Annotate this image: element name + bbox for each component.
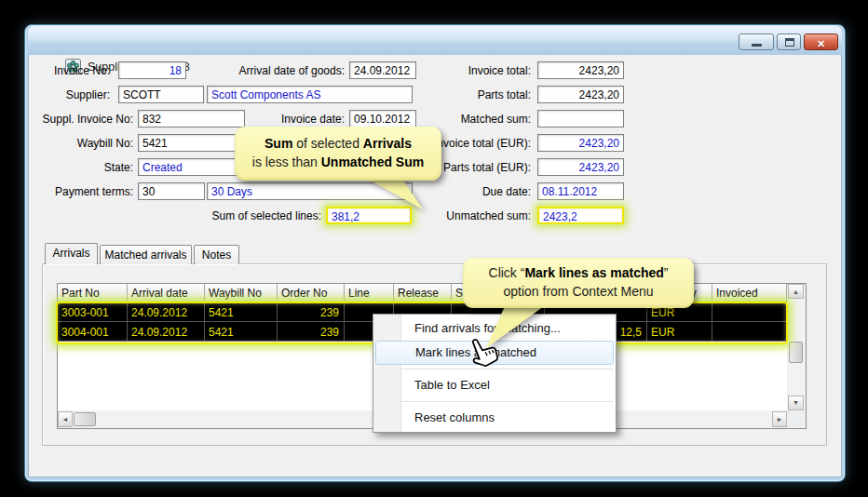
table-vertical-scrollbar[interactable]: ▲ ▼ <box>788 284 804 410</box>
menu-separator <box>376 401 613 402</box>
field-invoice_date[interactable]: 09.10.2012 <box>349 110 416 128</box>
field-label-invoice_total_eur: Invoice total (EUR): <box>434 137 531 150</box>
column-header-waybill-no[interactable]: Waybill No <box>205 284 278 302</box>
field-matched_sum[interactable] <box>537 110 624 128</box>
field-label-payment_terms: Payment terms: <box>55 185 133 198</box>
field-payment_terms[interactable]: 30 <box>138 182 205 200</box>
minimize-icon <box>752 44 762 47</box>
field-arrival_date_of_goods[interactable]: 24.09.2012 <box>349 61 416 79</box>
field-supplier[interactable]: SCOTT <box>118 86 204 103</box>
callout-text: is less than <box>252 154 321 169</box>
callout-text: ” <box>664 265 669 280</box>
field-invoice_no[interactable]: 18 <box>118 61 186 79</box>
field-label-sum_of_selected_lines: Sum of selected lines: <box>212 209 321 222</box>
tab-notes[interactable]: Notes <box>194 245 239 264</box>
scroll-left-icon: ◄ <box>62 416 69 423</box>
close-icon: ✕ <box>817 38 825 49</box>
field-suppl_invoice_no[interactable]: 832 <box>138 110 245 128</box>
callout-line: option from Context Menu <box>463 282 694 301</box>
field-parts_total[interactable]: 2423,20 <box>537 86 624 103</box>
scroll-up-icon: ▲ <box>793 289 799 295</box>
field-label-waybill_no: Waybill No: <box>77 137 133 150</box>
tab-arrivals[interactable]: Arrivals <box>45 243 98 264</box>
column-header-line[interactable]: Line <box>345 284 394 302</box>
tab-matched-arrivals[interactable]: Matched arrivals <box>100 245 192 264</box>
scroll-up-button[interactable]: ▲ <box>788 284 804 299</box>
table-cell: EUR <box>647 322 712 342</box>
callout-text: Unmatched Sum <box>321 154 424 169</box>
field-state[interactable]: Created <box>138 158 245 176</box>
field-label-suppl_invoice_no: Suppl. Invoice No: <box>43 113 133 126</box>
column-header-invoiced[interactable]: Invoiced <box>712 284 787 302</box>
field-label-due_date: Due date: <box>482 185 531 198</box>
scroll-right-icon: ► <box>777 416 783 423</box>
screen-background: Supplier Invoice: 18 ✕ Invoice No:18Arri… <box>0 0 868 497</box>
callout-line: Sum of selected Arrivals <box>235 134 441 153</box>
table-cell <box>712 322 787 342</box>
column-header-release[interactable]: Release <box>394 284 452 302</box>
field-invoice_total_eur[interactable]: 2423,20 <box>537 134 624 152</box>
field-label-unmatched_sum: Unmatched sum: <box>446 209 531 222</box>
field-label-state: State: <box>104 161 133 174</box>
menu-callout: Click “Mark lines as matched”option from… <box>463 258 694 308</box>
scroll-left-button[interactable]: ◄ <box>58 411 73 427</box>
callout-line: is less than Unmatched Sum <box>235 153 441 171</box>
column-header-part-no[interactable]: Part No <box>58 284 128 302</box>
column-header-order-no[interactable]: Order No <box>278 284 345 302</box>
field-label-parts_total_eur: Parts total (EUR): <box>443 161 531 174</box>
field-waybill_no[interactable]: 5421 <box>138 134 245 152</box>
table-cell: 24.09.2012 <box>128 302 205 322</box>
table-cell <box>712 302 787 322</box>
table-cell: 239 <box>278 302 345 322</box>
sum-callout-tail <box>365 179 425 211</box>
field-due_date[interactable]: 08.11.2012 <box>537 182 624 200</box>
field-label-invoice_date: Invoice date: <box>281 113 345 126</box>
minimize-button[interactable] <box>739 34 774 50</box>
menu-item-table-to-excel[interactable]: Table to Excel <box>373 373 616 397</box>
callout-text: Click “ <box>489 265 525 280</box>
field-invoice_total[interactable]: 2423,20 <box>537 61 624 79</box>
field-label-matched_sum: Matched sum: <box>461 113 531 126</box>
table-cell: 24.09.2012 <box>128 322 205 342</box>
maximize-icon <box>785 38 794 47</box>
maximize-button[interactable] <box>777 34 801 50</box>
field-label-supplier: Supplier: <box>66 88 110 101</box>
field-label-invoice_no: Invoice No: <box>54 64 110 77</box>
sum-callout: Sum of selected Arrivalsis less than Unm… <box>235 127 441 181</box>
field-parts_total_eur[interactable]: 2423,20 <box>537 158 624 176</box>
scrollbar-corner <box>788 411 804 427</box>
field-unmatched_sum[interactable]: 2423,2 <box>537 207 624 224</box>
scroll-right-button[interactable]: ► <box>772 411 787 427</box>
window-titlebar[interactable]: Supplier Invoice: 18 <box>28 26 842 55</box>
table-cell: 5421 <box>205 322 278 342</box>
scroll-down-icon: ▼ <box>793 399 799 406</box>
table-cell: 5421 <box>205 302 278 322</box>
field-supplier_name[interactable]: Scott Components AS <box>207 86 413 103</box>
horizontal-scroll-thumb[interactable] <box>74 412 96 426</box>
table-cell: 3003-001 <box>58 302 128 322</box>
vertical-scroll-thumb[interactable] <box>789 342 803 363</box>
column-header-arrival-date[interactable]: Arrival date <box>128 284 205 302</box>
callout-line: Click “Mark lines as matched” <box>463 263 694 282</box>
close-button[interactable]: ✕ <box>804 34 838 50</box>
callout-text: Mark lines as matched <box>524 265 663 280</box>
callout-text: option from Context Menu <box>503 284 653 299</box>
field-label-invoice_total: Invoice total: <box>468 64 531 77</box>
callout-text: Sum <box>264 136 292 151</box>
field-label-arrival_date_of_goods: Arrival date of goods: <box>239 64 345 77</box>
scroll-down-button[interactable]: ▼ <box>788 396 804 410</box>
table-cell: 239 <box>278 322 345 342</box>
menu-item-reset-columns[interactable]: Reset columns <box>373 406 616 430</box>
callout-text: of selected <box>292 136 363 151</box>
table-cell: 3004-001 <box>58 322 128 342</box>
callout-text: Arrivals <box>363 136 412 151</box>
field-label-parts_total: Parts total: <box>478 88 531 101</box>
